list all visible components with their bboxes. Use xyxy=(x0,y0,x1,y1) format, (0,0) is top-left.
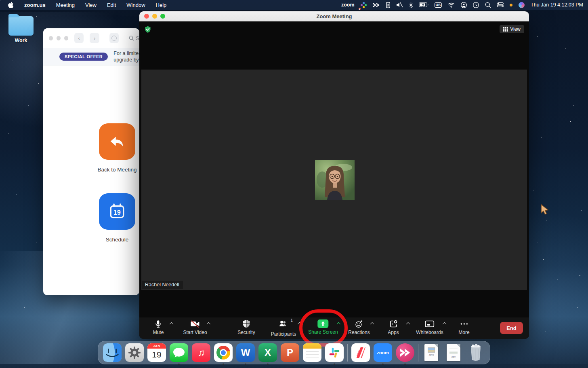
dock-skitch-icon[interactable] xyxy=(396,343,414,362)
view-button[interactable]: View xyxy=(500,25,524,33)
schedule-button[interactable]: 19 xyxy=(99,193,135,230)
menu-bar: zoom.us Meeting View Edit Window Help zo… xyxy=(0,0,588,10)
menu-bar-clock[interactable]: Thu Jan 19 4:12:03 PM xyxy=(531,2,583,8)
menu-item-edit[interactable]: Edit xyxy=(107,2,116,8)
app-grid-status-icon[interactable]: 1 xyxy=(361,2,367,8)
history-icon xyxy=(111,36,117,41)
input-source-badge[interactable]: US xyxy=(435,2,442,8)
participants-button[interactable]: 1 Participants xyxy=(271,319,296,337)
zoom-status-item[interactable]: zoom xyxy=(341,2,355,8)
dock-news-icon[interactable] xyxy=(351,343,370,362)
control-center-icon[interactable] xyxy=(497,2,504,8)
dock-jpg-file-icon[interactable]: JPG xyxy=(422,343,441,362)
menu-item-help[interactable]: Help xyxy=(156,2,167,8)
desktop-folder-work[interactable]: Work xyxy=(6,16,36,43)
dock-finder-icon[interactable] xyxy=(103,343,122,362)
reactions-button[interactable]: Reactions xyxy=(348,319,370,335)
dock-notes-icon[interactable] xyxy=(303,343,321,362)
security-button[interactable]: Security xyxy=(237,319,255,335)
battery-icon[interactable] xyxy=(419,2,428,8)
whiteboards-button[interactable]: Whiteboards xyxy=(416,319,443,335)
dock-powerpoint-icon[interactable]: P xyxy=(281,343,299,362)
dock-slack-icon[interactable] xyxy=(325,343,344,362)
menu-item-meeting[interactable]: Meeting xyxy=(56,2,75,8)
wing-status-icon[interactable] xyxy=(373,2,380,8)
back-nav-button[interactable]: ‹ xyxy=(74,33,84,43)
participants-options-chevron[interactable] xyxy=(298,323,301,326)
device-status-icon[interactable] xyxy=(386,2,390,8)
menu-item-view[interactable]: View xyxy=(85,2,97,8)
inactive-zoom-button[interactable] xyxy=(64,36,68,40)
search-field[interactable]: S xyxy=(129,35,139,41)
audio-options-chevron[interactable] xyxy=(170,323,173,326)
participants-icon xyxy=(278,319,289,328)
user-account-icon[interactable] xyxy=(461,2,467,8)
reactions-smiley-icon xyxy=(355,319,364,328)
sound-muted-icon[interactable] xyxy=(396,2,403,8)
jpg-label: JPG xyxy=(424,354,438,357)
siri-icon[interactable] xyxy=(519,2,525,8)
zoom-meeting-window[interactable]: Zoom Meeting View Rachel Needell xyxy=(139,11,529,339)
share-screen-button[interactable]: Share Screen xyxy=(308,319,338,335)
dock-calendar-icon[interactable]: JAN 19 xyxy=(147,343,166,362)
dock-music-icon[interactable]: ♫ xyxy=(192,343,210,362)
history-button[interactable] xyxy=(109,33,119,43)
meeting-titlebar[interactable]: Zoom Meeting xyxy=(139,11,529,21)
zoom-logo-text: zoom xyxy=(377,350,389,355)
whiteboards-options-chevron[interactable] xyxy=(443,323,446,326)
inactive-minimize-button[interactable] xyxy=(57,36,61,40)
more-button[interactable]: More xyxy=(458,319,469,335)
special-offer-badge: SPECIAL OFFER xyxy=(59,53,108,61)
dock-excel-icon[interactable]: X xyxy=(258,343,277,362)
menu-item-appname[interactable]: zoom.us xyxy=(24,2,46,8)
schedule-label: Schedule xyxy=(79,237,139,243)
back-to-meeting-button[interactable] xyxy=(99,123,135,160)
apple-menu-icon[interactable] xyxy=(8,2,14,8)
dock-csv-file-icon[interactable]: csv xyxy=(444,343,463,362)
mute-button[interactable]: Mute xyxy=(153,319,164,335)
dock-settings-icon[interactable] xyxy=(125,343,144,362)
whiteboard-icon xyxy=(425,319,435,328)
share-options-chevron[interactable] xyxy=(337,323,340,326)
forward-nav-button[interactable]: › xyxy=(90,33,99,43)
dock-chrome-icon[interactable] xyxy=(214,343,233,362)
mute-label: Mute xyxy=(153,330,164,335)
encryption-shield-icon[interactable] xyxy=(144,26,151,35)
whiteboards-label: Whiteboards xyxy=(416,330,443,335)
reactions-options-chevron[interactable] xyxy=(371,323,374,326)
word-letter: W xyxy=(241,347,250,358)
end-meeting-button[interactable]: End xyxy=(500,322,523,334)
participants-count: 1 xyxy=(290,318,293,323)
start-video-button[interactable]: Start Video xyxy=(183,319,207,335)
microphone-icon xyxy=(154,319,163,328)
participant-video-thumbnail[interactable] xyxy=(315,160,355,200)
calendar-icon: 19 xyxy=(106,201,128,222)
spotlight-search-icon[interactable] xyxy=(485,2,491,8)
dock-messages-icon[interactable] xyxy=(170,343,188,362)
bluetooth-icon[interactable] xyxy=(409,2,413,8)
notes-header xyxy=(303,343,321,349)
jpg-thumbnail xyxy=(428,347,435,353)
video-options-chevron[interactable] xyxy=(207,323,210,326)
start-video-label: Start Video xyxy=(183,330,207,335)
music-note-glyph: ♫ xyxy=(197,347,205,358)
folder-label: Work xyxy=(6,38,36,43)
csv-lines xyxy=(449,348,458,354)
reactions-label: Reactions xyxy=(348,330,370,335)
menu-item-window[interactable]: Window xyxy=(126,2,145,8)
calendar-day: 19 xyxy=(147,349,166,361)
clock-status-icon[interactable] xyxy=(473,2,479,8)
folder-icon xyxy=(8,16,34,36)
dock-zoom-icon[interactable]: zoom xyxy=(374,343,392,362)
inactive-close-button[interactable] xyxy=(49,36,53,40)
search-icon xyxy=(129,36,134,41)
camera-off-icon xyxy=(190,319,200,328)
dock-trash-icon[interactable] xyxy=(466,343,485,362)
zoom-app-window[interactable]: ‹ › S SPECIAL OFFER For a limited t upgr… xyxy=(43,28,139,295)
apps-options-chevron[interactable] xyxy=(407,323,410,326)
dock-word-icon[interactable]: W xyxy=(236,343,255,362)
dock-divider xyxy=(418,344,418,362)
apps-button[interactable]: Apps xyxy=(388,319,399,335)
offer-text: For a limited t upgrade by 1/ xyxy=(113,50,139,63)
wifi-icon[interactable] xyxy=(448,2,455,8)
